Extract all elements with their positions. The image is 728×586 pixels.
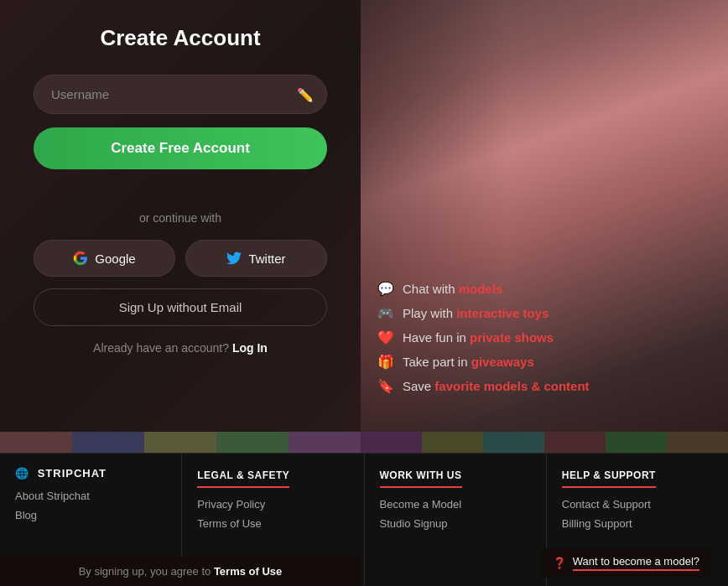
feature-item-5: 🔖 Save favorite models & content — [377, 378, 590, 394]
model-icon: ❓ — [553, 557, 566, 569]
twitter-icon — [226, 251, 242, 266]
bookmark-icon: 🔖 — [377, 378, 394, 394]
toy-icon: 🎮 — [377, 305, 394, 321]
footer-help-title: HELP & SUPPORT — [562, 469, 656, 488]
thumb-10 — [606, 432, 667, 453]
main-content: Create Account ✏️ Create Free Account or… — [0, 0, 728, 453]
terms-link[interactable]: Terms of Use — [214, 565, 282, 578]
footer-link-billing[interactable]: Billing Support — [562, 517, 713, 530]
feature-item-4: 🎁 Take part in giveaways — [377, 354, 590, 370]
left-thumbnail-strip — [0, 432, 361, 453]
heart-icon: ❤️ — [377, 329, 394, 345]
gift-icon: 🎁 — [377, 354, 394, 370]
footer-link-studio-signup[interactable]: Studio Signup — [380, 517, 531, 530]
thumb-11 — [667, 432, 728, 453]
google-icon — [73, 251, 88, 266]
chat-icon: 💬 — [377, 281, 394, 297]
create-account-button[interactable]: Create Free Account — [34, 127, 327, 169]
already-account-text: Already have an account? Log In — [93, 341, 268, 355]
footer-link-privacy[interactable]: Privacy Policy — [197, 498, 348, 511]
terms-strip: By signing up, you agree to Terms of Use — [0, 557, 361, 586]
thumb-5 — [289, 432, 361, 453]
twitter-label: Twitter — [248, 252, 285, 266]
thumb-9 — [544, 432, 606, 453]
footer-work-title: WORK WITH US — [380, 469, 462, 488]
google-label: Google — [95, 252, 135, 266]
footer-link-about[interactable]: About Stripchat — [15, 490, 166, 502]
thumb-2 — [72, 432, 144, 453]
terms-text: By signing up, you agree to — [79, 565, 214, 578]
right-thumbnail-strip — [361, 432, 728, 453]
social-buttons: Google Twitter — [34, 240, 327, 277]
feature-item-2: 🎮 Play with interactive toys — [377, 305, 590, 321]
footer-link-terms[interactable]: Terms of Use — [197, 517, 348, 530]
footer-logo: 🌐 STRIPCHAT — [15, 467, 166, 480]
feature-item-1: 💬 Chat with models — [377, 281, 590, 297]
thumb-7 — [422, 432, 483, 453]
model-banner-text: Want to become a model? — [573, 555, 699, 571]
features-list: 💬 Chat with models 🎮 Play with interacti… — [377, 281, 590, 402]
footer-link-blog[interactable]: Blog — [15, 509, 166, 521]
thumb-3 — [144, 432, 216, 453]
right-panel: 💬 Chat with models 🎮 Play with interacti… — [361, 0, 728, 453]
or-continue-text: or continue with — [139, 211, 221, 225]
model-banner[interactable]: ❓ Want to become a model? — [541, 548, 711, 578]
thumb-1 — [0, 432, 72, 453]
twitter-signup-button[interactable]: Twitter — [185, 240, 327, 277]
feature-item-3: ❤️ Have fun in private shows — [377, 329, 590, 345]
footer-link-contact[interactable]: Contact & Support — [562, 498, 713, 511]
login-link[interactable]: Log In — [232, 341, 268, 355]
username-input-wrapper: ✏️ — [34, 75, 327, 114]
left-panel: Create Account ✏️ Create Free Account or… — [0, 0, 361, 453]
thumb-6 — [361, 432, 422, 453]
footer-legal-title: LEGAL & SAFETY — [197, 469, 289, 488]
edit-icon: ✏️ — [297, 86, 314, 102]
google-signup-button[interactable]: Google — [34, 240, 175, 277]
username-input[interactable] — [34, 75, 327, 114]
footer-link-become-model[interactable]: Become a Model — [380, 498, 531, 511]
globe-icon: 🌐 — [15, 467, 29, 480]
thumb-8 — [483, 432, 544, 453]
footer-col-work: WORK WITH US Become a Model Studio Signu… — [365, 454, 547, 586]
email-signup-button[interactable]: Sign Up without Email — [34, 288, 327, 326]
page-title: Create Account — [100, 25, 260, 51]
thumb-4 — [216, 432, 289, 453]
